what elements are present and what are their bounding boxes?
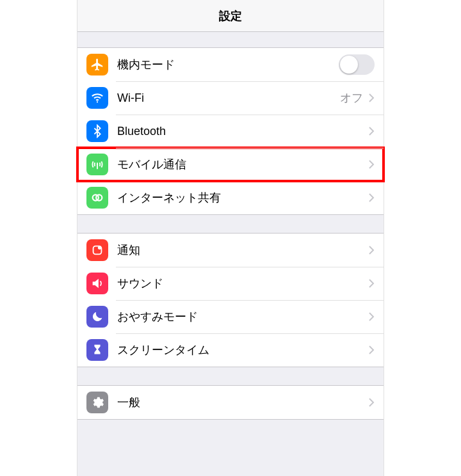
airplane-icon [86,54,108,75]
settings-group-3: 一般 [77,385,384,420]
moon-icon [86,306,108,328]
row-value: オフ [340,90,363,106]
row-label: インターネット共有 [117,190,368,205]
notifications-icon [86,239,108,261]
page-title: 設定 [219,8,242,24]
row-label: Wi-Fi [117,91,340,105]
row-label: モバイル通信 [117,157,368,172]
row-general[interactable]: 一般 [77,386,384,419]
sounds-icon [86,273,108,294]
row-wifi[interactable]: Wi-Fi オフ [77,81,384,115]
chevron-right-icon [368,159,375,170]
row-bluetooth[interactable]: Bluetooth [77,115,384,148]
chevron-right-icon [368,397,375,408]
settings-group-1: 機内モード Wi-Fi オフ Bluetooth モバイル通信 [77,47,384,215]
row-label: 機内モード [117,57,339,72]
svg-point-6 [98,246,102,250]
row-airplane[interactable]: 機内モード [77,48,384,81]
row-label: Bluetooth [117,125,368,138]
row-screentime[interactable]: スクリーンタイム [77,333,384,367]
row-sounds[interactable]: サウンド [77,267,384,300]
bluetooth-icon [86,120,108,142]
wifi-icon [86,87,108,109]
cellular-icon [86,154,108,175]
settings-group-2: 通知 サウンド おやすみモード スクリーンタイム [77,233,384,367]
chevron-right-icon [368,345,375,355]
gear-icon [86,392,108,413]
hotspot-icon [86,187,108,209]
row-dnd[interactable]: おやすみモード [77,300,384,333]
chevron-right-icon [368,245,375,255]
row-notifications[interactable]: 通知 [77,234,384,267]
chevron-right-icon [368,126,375,136]
row-cellular[interactable]: モバイル通信 [77,148,384,181]
row-label: おやすみモード [117,309,368,324]
airplane-toggle[interactable] [339,54,375,75]
chevron-right-icon [368,278,375,289]
row-label: 通知 [117,242,368,258]
hourglass-icon [86,339,108,361]
settings-screen: 設定 機内モード Wi-Fi オフ Bluetooth [77,0,384,476]
row-label: スクリーンタイム [117,342,368,358]
row-hotspot[interactable]: インターネット共有 [77,181,384,214]
row-label: 一般 [117,395,368,410]
chevron-right-icon [368,193,375,203]
chevron-right-icon [368,312,375,322]
svg-point-0 [97,101,98,102]
row-label: サウンド [117,276,368,291]
navbar: 設定 [77,0,384,32]
chevron-right-icon [368,93,375,103]
svg-point-2 [97,164,98,165]
